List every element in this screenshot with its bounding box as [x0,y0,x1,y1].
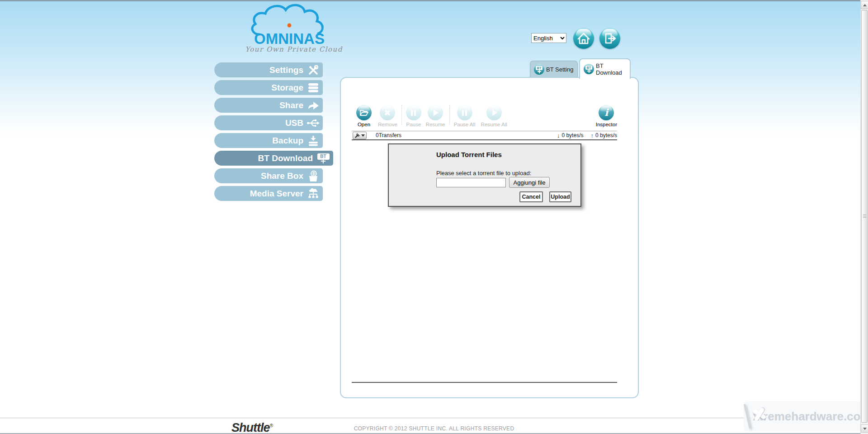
scrollbar-grip-icon [863,215,866,218]
scroll-down-arrow-icon [863,428,867,430]
bt-download-panel: Open Remove Pause Resume Pause All [340,77,639,398]
dialog-title: Upload Torrent Files [436,151,502,158]
sidebar-item-label: Share Box [261,171,303,181]
pause-icon [406,105,421,120]
sidebar-item-bt-download[interactable]: BT Download BT [214,151,333,166]
remove-button[interactable]: Remove [378,105,397,127]
pause-button[interactable]: Pause [406,105,421,127]
open-button[interactable]: Open [356,105,372,127]
pause-all-button[interactable]: Pause All [454,105,476,127]
backup-icon [307,135,320,147]
sidebar-item-label: Backup [272,136,303,146]
upload-torrent-dialog: Upload Torrent Files Please select a tor… [388,143,581,207]
sidebar-item-label: BT Download [258,153,313,163]
bt-ball-icon: BT [584,64,594,74]
watermark-text: xtremehardware.com [753,410,868,424]
share-arrow-icon [307,100,320,111]
bt-badge-text: BT [317,153,330,160]
logo-brand-text: OMNINAS [254,30,325,47]
scroll-up-arrow-icon [863,4,867,6]
home-icon [573,28,594,49]
remove-x-icon [380,105,395,120]
vertical-scrollbar[interactable] [860,0,868,434]
toolbar-button-label: Resume All [481,122,507,127]
down-arrow-icon: ↓ [557,132,560,139]
sidebar-item-label: USB [285,118,303,128]
sidebar-item-usb[interactable]: USB [214,115,323,130]
xtremehardware-x-icon [744,404,751,429]
settings-wrench-dropdown[interactable] [353,132,367,139]
browse-file-button[interactable]: Aggiungi file [509,177,550,188]
tab-label: BT Download [596,62,626,76]
scroll-down-button[interactable] [861,424,868,433]
open-folder-icon [356,105,372,120]
tab-label: BT Setting [546,66,573,73]
toolbar-separator [449,105,450,125]
sidebar-item-media-server[interactable]: Media Server [214,186,323,201]
dropdown-arrow-icon [361,134,365,137]
sidebar-item-share[interactable]: Share [214,98,323,113]
scrollbar-thumb[interactable] [861,10,868,423]
transfer-toolbar: Open Remove Pause Resume Pause All [352,105,617,129]
play-all-icon [486,105,502,120]
xtremehardware-watermark: xtremehardware.com [744,401,865,431]
upload-button[interactable]: Upload [549,191,571,202]
share-box-icon [307,170,320,182]
cloud-logo-graphic: OMNINAS [244,2,335,47]
toolbar-button-label: Resume [426,122,445,127]
logout-icon [599,28,620,49]
sidebar-item-storage[interactable]: Storage [214,80,323,95]
media-server-icon [307,188,320,200]
usb-icon [307,117,320,129]
tab-bt-download[interactable]: BT BT Download [579,58,631,79]
wrench-icon [354,133,360,138]
bt-ball-icon: BT [534,64,544,75]
info-icon: i [599,105,614,120]
dialog-prompt: Please select a torrent file to upload: [436,170,531,176]
sidebar-item-label: Settings [269,65,303,75]
toolbar-button-label: Pause All [454,122,476,127]
sidebar-item-share-box[interactable]: Share Box [214,168,323,183]
scroll-up-button[interactable] [861,1,868,9]
logout-button[interactable] [599,28,620,49]
toolbar-button-label: Pause [406,122,421,127]
resume-button[interactable]: Resume [426,105,445,127]
toolbar-button-label: Open [358,122,370,127]
torrent-file-input[interactable] [436,178,506,187]
pause-all-icon [457,105,472,120]
transfers-count: 0Transfers [376,132,401,138]
bt-ball-text: BT [536,66,542,70]
cancel-button[interactable]: Cancel [519,191,543,202]
page-top-edge [0,0,868,1]
sidebar-item-settings[interactable]: Settings [214,62,323,77]
logo-tagline: Your Own Private Cloud [244,45,344,53]
resume-all-button[interactable]: Resume All [481,105,507,127]
tab-bt-setting[interactable]: BT BT Setting [530,61,578,78]
home-button[interactable] [573,28,594,49]
upload-speed-value: 0 bytes/s [595,132,617,138]
tools-icon [307,64,320,76]
up-arrow-icon: ↑ [590,132,594,139]
bt-badge-icon: BT [316,153,330,163]
download-speed-value: 0 bytes/s [561,132,583,138]
footer-divider [0,418,868,418]
copyright-text: COPYRIGHT © 2012 SHUTTLE INC. ALL RIGHTS… [0,425,868,432]
storage-stack-icon [307,82,320,94]
upload-speed: ↑ 0 bytes/s [590,132,617,139]
toolbar-button-label: Inspector [596,122,617,127]
inspector-button[interactable]: i Inspector [596,105,617,127]
logo-orange-dot [288,24,292,28]
sidebar-item-backup[interactable]: Backup [214,133,323,148]
play-icon [428,105,443,120]
sidebar-item-label: Media Server [250,189,303,199]
speed-readouts: ↓ 0 bytes/s ↑ 0 bytes/s [557,132,617,139]
transfer-list-bottom-divider [352,382,617,383]
omninas-page: OMNINAS Your Own Private Cloud English S… [0,0,868,434]
omninas-logo: OMNINAS Your Own Private Cloud [244,2,344,53]
sidebar-item-label: Storage [271,83,303,93]
language-select[interactable]: English [531,33,566,43]
toolbar-button-label: Remove [378,122,397,127]
transfer-statusbar: 0Transfers ↓ 0 bytes/s ↑ 0 bytes/s [352,131,617,140]
toolbar-separator [401,105,402,125]
sidebar-item-label: Share [279,100,303,110]
